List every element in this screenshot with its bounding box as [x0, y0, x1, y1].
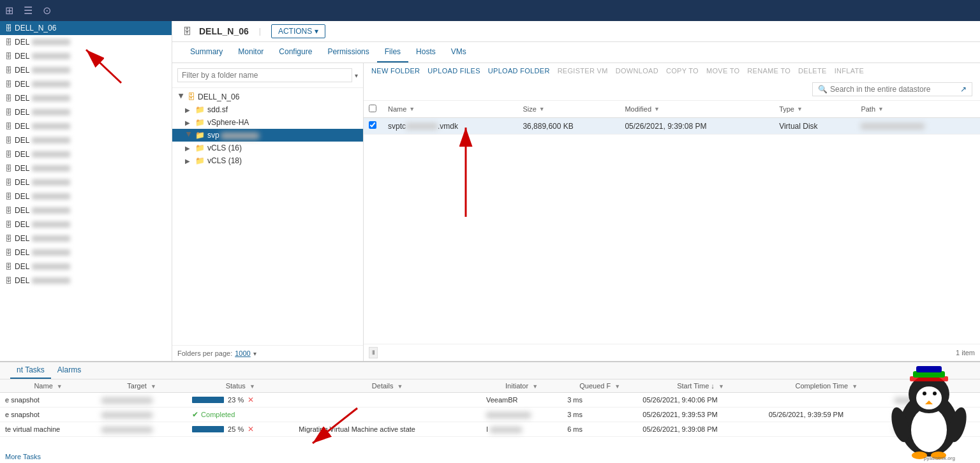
folders-per-page-value[interactable]: 1000 [235, 349, 250, 357]
name-sort-button[interactable]: Name ▼ [388, 105, 415, 113]
sidebar-item-del-15[interactable]: 🗄 DEL [0, 231, 172, 246]
expand-icon[interactable]: ▶ [185, 158, 193, 165]
sidebar-item-del-1[interactable]: 🗄 DEL [0, 35, 172, 49]
task-completion-time: 05/26/2021, 9:39:59 PM [764, 408, 889, 422]
tab-monitor[interactable]: Monitor [230, 42, 271, 62]
datastore-icon: 🗄 [5, 108, 12, 116]
list-icon[interactable]: ☰ [24, 4, 33, 17]
progress-bar [192, 397, 224, 403]
sidebar-item-label: DEL [15, 150, 29, 159]
task-target [96, 393, 187, 408]
th-start-time: Start Time ↓ ▼ [637, 379, 763, 393]
datastore-icon: 🗄 [5, 207, 12, 214]
task-row-1[interactable]: e snapshot 23 % ✕ VeeamBR 3 ms 05 [0, 393, 980, 408]
datastore-icon: 🗄 [5, 235, 12, 242]
sidebar-item-label: DEL [15, 248, 29, 257]
download-button[interactable]: DOWNLOAD [616, 67, 658, 75]
modified-sort-button[interactable]: Modified ▼ [625, 105, 660, 113]
size-sort-button[interactable]: Size ▼ [523, 105, 544, 113]
select-all-checkbox[interactable] [369, 105, 376, 112]
folder-icon: 📁 [195, 118, 205, 127]
col-type: Type ▼ [774, 101, 856, 118]
th-details: Details ▼ [293, 379, 481, 393]
tab-summary[interactable]: Summary [182, 42, 230, 62]
sidebar-item-del-8[interactable]: 🗄 DEL [0, 133, 172, 147]
sidebar-item-del-14[interactable]: 🗄 DEL [0, 217, 172, 231]
expand-icon[interactable]: ▶ [178, 93, 185, 101]
sidebar-item-del-5[interactable]: 🗄 DEL [0, 91, 172, 105]
sidebar-item-del-9[interactable]: 🗄 DEL [0, 147, 172, 161]
folder-item-vsphere-ha[interactable]: ▶ 📁 vSphere-HA [172, 116, 363, 129]
sidebar-item-label: DEL [15, 136, 29, 145]
sidebar-item-del-12[interactable]: 🗄 DEL [0, 189, 172, 203]
file-list: NEW FOLDER UPLOAD FILES UPLOAD FOLDER RE… [364, 63, 980, 361]
tasks-panel: nt Tasks Alarms Name ▼ Target ▼ Status ▼… [0, 361, 980, 463]
sidebar-item-del-10[interactable]: 🗄 DEL [0, 161, 172, 175]
expand-icon[interactable]: ▶ [185, 119, 193, 126]
cancel-icon[interactable]: ✕ [248, 425, 254, 434]
datastore-icon: 🗄 [5, 38, 12, 46]
grid-icon[interactable]: ⊞ [5, 4, 13, 17]
expand-icon[interactable]: ▶ [185, 107, 193, 114]
copy-to-button[interactable]: COPY TO [666, 67, 699, 75]
tab-recent-tasks[interactable]: nt Tasks [10, 362, 51, 379]
file-count: 1 item [956, 349, 975, 356]
move-to-button[interactable]: MOVE TO [706, 67, 739, 75]
upload-folder-button[interactable]: UPLOAD FOLDER [488, 67, 550, 75]
datastore-icon: 🗄 [5, 122, 12, 130]
sidebar-item-del-6[interactable]: 🗄 DEL [0, 105, 172, 119]
folder-item-vcls-18[interactable]: ▶ 📁 vCLS (18) [172, 154, 363, 167]
external-link-icon[interactable]: ↗ [960, 85, 967, 94]
sidebar-item-del-4[interactable]: 🗄 DEL [0, 77, 172, 91]
task-row-3[interactable]: te virtual machine 25 % ✕ Migrating Virt… [0, 422, 980, 437]
search-input[interactable] [830, 85, 958, 94]
more-tasks-link[interactable]: More Tasks [0, 450, 980, 463]
datastore-icon: 🗄 [5, 66, 12, 74]
sidebar-item-del-18[interactable]: 🗄 DEL [0, 274, 172, 288]
tab-vms[interactable]: VMs [443, 42, 474, 62]
row-checkbox[interactable] [369, 121, 376, 129]
folder-root[interactable]: ▶ 🗄 DELL_N_06 [172, 91, 363, 103]
expand-icon[interactable]: ▶ [185, 145, 193, 152]
sidebar-item-del-16[interactable]: 🗄 DEL [0, 246, 172, 260]
inflate-button[interactable]: INFLATE [835, 67, 865, 75]
sidebar-item-del-2[interactable]: 🗄 DEL [0, 49, 172, 63]
folder-filter-input[interactable] [177, 68, 352, 82]
globe-icon[interactable]: ⊙ [43, 4, 51, 17]
folder-item-vcls-16[interactable]: ▶ 📁 vCLS (16) [172, 142, 363, 154]
folders-per-page-arrow[interactable]: ▾ [253, 350, 256, 357]
cancel-icon[interactable]: ✕ [248, 395, 254, 404]
tab-files[interactable]: Files [377, 42, 408, 62]
tab-permissions[interactable]: Permissions [320, 42, 376, 62]
sidebar-item-del-17[interactable]: 🗄 DEL [0, 260, 172, 274]
task-details [293, 408, 481, 422]
sidebar-item-label: DEL [15, 108, 29, 117]
actions-button[interactable]: ACTIONS ▾ [271, 24, 325, 38]
task-queued: 3 ms [562, 393, 637, 408]
type-sort-button[interactable]: Type ▼ [779, 105, 803, 113]
upload-files-button[interactable]: UPLOAD FILES [427, 67, 480, 75]
task-details [293, 393, 481, 408]
new-folder-button[interactable]: NEW FOLDER [371, 67, 420, 75]
sidebar-item-del-7[interactable]: 🗄 DEL [0, 119, 172, 133]
table-row[interactable]: svptc.vmdk 36,889,600 KB 05/26/2021, 9:3… [364, 118, 980, 135]
folder-item-sdd[interactable]: ▶ 📁 sdd.sf [172, 103, 363, 116]
sidebar-item-del-3[interactable]: 🗄 DEL [0, 63, 172, 77]
th-queued: Queued F ▼ [562, 379, 637, 393]
tab-hosts[interactable]: Hosts [408, 42, 443, 62]
sidebar-item-dell-n-06[interactable]: 🗄 DELL_N_06 [0, 21, 172, 35]
task-row-2[interactable]: e snapshot ✔ Completed 3 ms 05/26/2021, … [0, 408, 980, 422]
delete-button[interactable]: DELETE [798, 67, 827, 75]
rename-to-button[interactable]: RENAME TO [747, 67, 791, 75]
register-vm-button[interactable]: REGISTER VM [558, 67, 608, 75]
expand-icon[interactable]: ▶ [186, 131, 193, 139]
svg-point-12 [923, 392, 926, 395]
folder-item-svp[interactable]: ▶ 📁 svp [172, 129, 363, 142]
sidebar-item-del-13[interactable]: 🗄 DEL [0, 203, 172, 217]
task-start-time: 05/26/2021, 9:40:06 PM [637, 393, 763, 408]
panel-collapse-button[interactable]: ⫴ [369, 347, 378, 358]
tab-configure[interactable]: Configure [271, 42, 320, 62]
tab-alarms[interactable]: Alarms [51, 362, 87, 379]
path-sort-button[interactable]: Path ▼ [861, 105, 884, 113]
sidebar-item-del-11[interactable]: 🗄 DEL [0, 175, 172, 189]
